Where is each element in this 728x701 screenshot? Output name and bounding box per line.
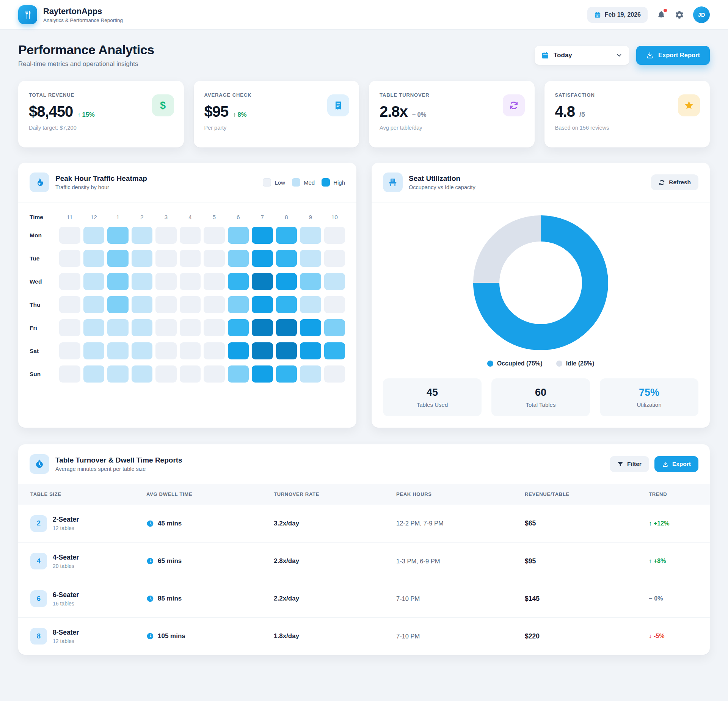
export-report-button[interactable]: Export Report bbox=[636, 46, 710, 65]
size-name: 2-Seater bbox=[53, 516, 79, 524]
stat-total-tables: 60 Total Tables bbox=[491, 378, 590, 416]
heatmap-cell bbox=[324, 250, 345, 267]
utensils-icon bbox=[23, 10, 33, 20]
notifications-button[interactable] bbox=[657, 10, 666, 19]
main-content: Performance Analytics Real-time metrics … bbox=[0, 30, 728, 677]
table-row: 66-Seater16 tables85 mins2.2x/day7-10 PM… bbox=[18, 580, 710, 617]
utilization-subtitle: Occupancy vs Idle capacity bbox=[409, 184, 475, 190]
heatmap-legend: Low Med High bbox=[263, 178, 345, 187]
chair-icon bbox=[388, 177, 398, 187]
hour-label: 4 bbox=[180, 214, 201, 221]
heatmap-cell bbox=[276, 250, 297, 267]
peak-hours-cell: 7-10 PM bbox=[396, 633, 525, 640]
size-text: 2-Seater12 tables bbox=[53, 516, 79, 531]
kpi-icon-badge bbox=[678, 94, 700, 116]
dwell-value: 65 mins bbox=[158, 557, 182, 565]
heatmap-cell bbox=[300, 250, 321, 267]
kpi-icon-badge bbox=[327, 94, 349, 116]
kpi-unit: /5 bbox=[579, 111, 585, 119]
heatmap-cell bbox=[59, 296, 80, 313]
hour-label: 12 bbox=[83, 214, 105, 221]
day-label: Tue bbox=[30, 255, 56, 262]
heatmap-cell bbox=[228, 296, 249, 313]
hour-label: 11 bbox=[59, 214, 80, 221]
trend-cell: ↓-5% bbox=[649, 633, 698, 640]
kpi-value: $95 bbox=[204, 103, 229, 120]
peak-hours-cell: 12-2 PM, 7-9 PM bbox=[396, 520, 525, 527]
export-button[interactable]: Export bbox=[654, 456, 698, 472]
report-actions: Filter Export bbox=[610, 456, 698, 472]
heatmap-cell bbox=[83, 250, 105, 267]
turnover-rate-cell: 2.2x/day bbox=[274, 595, 396, 602]
user-avatar[interactable]: JD bbox=[693, 6, 710, 23]
date-range-select[interactable]: Today bbox=[535, 46, 629, 65]
heatmap-cell bbox=[228, 319, 249, 336]
app-header: RaytertonApps Analytics & Performance Re… bbox=[0, 0, 728, 30]
heatmap-subtitle: Traffic density by hour bbox=[55, 184, 147, 190]
heatmap-day-row: Sun bbox=[30, 365, 345, 383]
flame-icon bbox=[35, 177, 44, 187]
heatmap-cell bbox=[155, 250, 177, 267]
heatmap-cell bbox=[59, 250, 80, 267]
utilization-title: Seat Utilization bbox=[409, 174, 475, 183]
heatmap-cell bbox=[228, 273, 249, 290]
table-row: 44-Seater20 tables65 mins2.8x/day1-3 PM,… bbox=[18, 542, 710, 580]
page-head: Performance Analytics Real-time metrics … bbox=[18, 42, 710, 68]
heatmap-cell bbox=[228, 250, 249, 267]
heatmap-cell bbox=[155, 227, 177, 244]
heatmap-cell bbox=[132, 273, 153, 290]
hour-label: 5 bbox=[204, 214, 225, 221]
size-name: 8-Seater bbox=[53, 629, 79, 637]
flame-badge bbox=[30, 173, 49, 192]
stat-label: Utilization bbox=[604, 401, 695, 408]
seat-count-badge: 6 bbox=[30, 590, 47, 607]
dwell-time-cell: 105 mins bbox=[146, 632, 274, 640]
turnover-rate-cell: 1.8x/day bbox=[274, 632, 396, 640]
heatmap-cell bbox=[180, 227, 201, 244]
day-label: Sat bbox=[30, 348, 56, 354]
heatmap-cell bbox=[107, 250, 129, 267]
heatmap-cell bbox=[276, 342, 297, 359]
heatmap-cell bbox=[132, 227, 153, 244]
legend-swatch-high bbox=[322, 178, 330, 187]
bottom-spacer bbox=[18, 655, 710, 677]
stopwatch-badge bbox=[30, 454, 49, 474]
filter-button[interactable]: Filter bbox=[610, 456, 649, 472]
heatmap-cell bbox=[155, 296, 177, 313]
refresh-button[interactable]: Refresh bbox=[651, 174, 698, 190]
legend-item-low: Low bbox=[263, 178, 285, 187]
stopwatch-icon bbox=[35, 459, 44, 469]
dwell-value: 85 mins bbox=[158, 595, 182, 602]
heatmap-cell bbox=[204, 250, 225, 267]
heatmap-cell bbox=[180, 365, 201, 383]
kpi-card-table-turnover: TABLE TURNOVER 2.8x − 0% Avg per table/d… bbox=[369, 81, 535, 147]
chevron-down-icon bbox=[616, 52, 623, 59]
heatmap-cell bbox=[204, 296, 225, 313]
dollar-icon: $ bbox=[160, 100, 166, 111]
export-report-label: Export Report bbox=[658, 52, 700, 59]
hour-label: 6 bbox=[228, 214, 249, 221]
heatmap-cell bbox=[155, 273, 177, 290]
heatmap-cell bbox=[83, 296, 105, 313]
settings-button[interactable] bbox=[675, 10, 684, 19]
heatmap-cell bbox=[107, 296, 129, 313]
kpi-card-average-check: AVERAGE CHECK $95 ↑ 8% Per party bbox=[194, 81, 359, 147]
kpi-value: $8,450 bbox=[29, 103, 73, 120]
chair-badge bbox=[383, 173, 403, 192]
date-pill[interactable]: Feb 19, 2026 bbox=[587, 7, 648, 23]
legend-item-high: High bbox=[322, 178, 345, 187]
legend-item-med: Med bbox=[292, 178, 315, 187]
funnel-icon bbox=[617, 461, 623, 467]
utilization-body: Occupied (75%) Idle (25%) 45 Tables Used… bbox=[372, 202, 710, 428]
legend-swatch-med bbox=[292, 178, 300, 187]
day-label: Mon bbox=[30, 232, 56, 239]
heatmap-cell bbox=[132, 319, 153, 336]
day-label: Thu bbox=[30, 301, 56, 308]
legend-swatch-low bbox=[263, 178, 271, 187]
download-icon bbox=[646, 52, 654, 59]
app-subtitle: Analytics & Performance Reporting bbox=[43, 17, 123, 23]
report-table-header: TABLE SIZE AVG DWELL TIME TURNOVER RATE … bbox=[18, 484, 710, 505]
page-actions: Today Export Report bbox=[535, 46, 710, 65]
refresh-icon bbox=[509, 100, 519, 110]
column-header: PEAK HOURS bbox=[396, 491, 525, 497]
